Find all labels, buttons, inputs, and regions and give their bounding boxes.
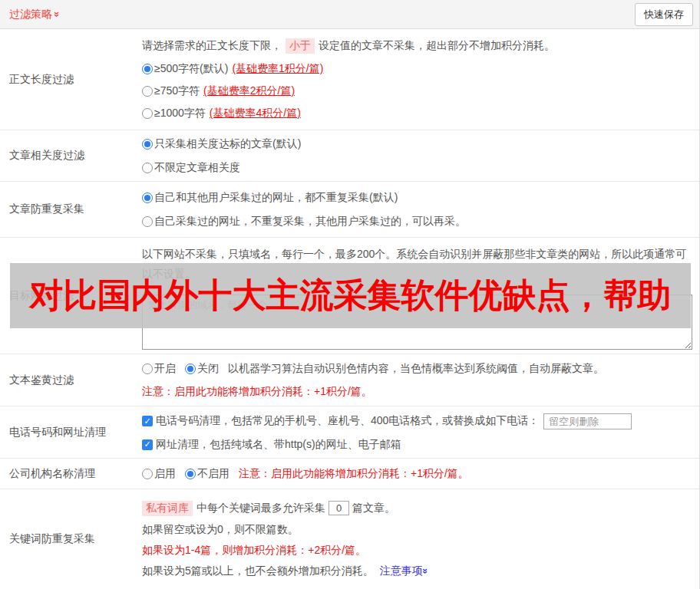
length-option-1000-fee: (基础费率4积分/篇) [210, 107, 301, 120]
target-site-instruction: 以下网站不采集，只填域名，每行一个，最多200个。系统会自动识别并屏蔽那些非文章… [142, 244, 693, 284]
company-clean-label: 公司机构名称清理 [0, 459, 142, 489]
max-articles-input[interactable] [329, 501, 349, 515]
keyword-line4: 如果设为5篇或以上，也不会额外增加积分消耗。 [142, 564, 374, 578]
dedup-option-self-text: 自己采集过的网址，不重复采集，其他用户采集过的，可以再采。 [154, 215, 466, 229]
replacement-phone-input[interactable] [543, 413, 632, 429]
keyword-line1-end: 篇文章。 [352, 502, 395, 515]
private-thesaurus-tag[interactable]: 私有词库 [142, 501, 193, 516]
row-keyword-dedup: 关键词防重复采集 私有词库 中每个关键词最多允许采集 篇文章。 如果留空或设为0… [0, 489, 699, 589]
radio-500-icon[interactable] [142, 64, 153, 74]
notes-link[interactable]: 注意事项» [380, 564, 428, 578]
banned-domains-textarea[interactable] [142, 294, 692, 350]
company-option-on-text[interactable]: 启用 [154, 467, 176, 481]
company-clean-note: 注意：启用此功能将增加积分消耗：+1积分/篇。 [239, 467, 469, 481]
porn-filter-note: 注意：启用此功能将增加积分消耗：+1积分/篇。 [142, 385, 693, 399]
target-site-filter-label: 目标网站过滤 [0, 238, 142, 354]
keyword-dedup-label: 关键词防重复采集 [0, 489, 142, 589]
porn-filter-label: 文本鉴黄过滤 [0, 354, 142, 406]
phone-url-clean-label: 电话号码和网址清理 [0, 406, 142, 458]
length-option-500-text: ≥500字符(默认) [154, 62, 228, 76]
checkbox-url-clean-icon[interactable]: ✓ [142, 439, 153, 450]
relevance-option-any[interactable]: 不限定文章相关度 [142, 161, 693, 175]
radio-porn-off-icon[interactable] [185, 364, 196, 374]
keyword-line3: 如果设为1-4篇，则增加积分消耗：+2积分/篇。 [142, 544, 693, 558]
keyword-line2: 如果留空或设为0，则不限篇数。 [142, 523, 693, 537]
intro-text-before: 请选择需求的正文长度下限， [142, 39, 282, 53]
radio-750-icon[interactable] [142, 86, 153, 97]
length-option-1000[interactable]: ≥1000字符 (基础费率4积分/篇) [142, 107, 693, 120]
length-filter-label: 正文长度过滤 [0, 29, 142, 130]
row-porn-filter: 文本鉴黄过滤 开启 关闭 以机器学习算法自动识别色情内容，当色情概率达到系统阈值… [0, 354, 699, 406]
radio-relevance-any-icon[interactable] [142, 163, 153, 173]
length-option-500[interactable]: ≥500字符(默认) (基础费率1积分/篇) [142, 62, 693, 76]
row-company-clean: 公司机构名称清理 启用 不启用 注意：启用此功能将增加积分消耗：+1积分/篇。 [0, 459, 699, 489]
row-relevance-filter: 文章相关度过滤 只采集相关度达标的文章(默认) 不限定文章相关度 [0, 130, 699, 182]
length-option-1000-text: ≥1000字符 [154, 107, 206, 120]
radio-1000-icon[interactable] [142, 108, 153, 119]
length-option-750-text: ≥750字符 [154, 84, 200, 98]
length-filter-intro: 请选择需求的正文长度下限， 小于 设定值的文章不采集，超出部分不增加积分消耗。 [142, 38, 693, 54]
check-icon: ✓ [144, 439, 150, 449]
notes-link-text: 注意事项 [380, 564, 423, 577]
phone-clean-text: 电话号码清理，包括常见的手机号、座机号、400电话格式，或替换成如下电话： [156, 414, 539, 428]
radio-dedup-global-icon[interactable] [142, 192, 153, 203]
page-title: 过滤策略 [9, 8, 52, 21]
chevron-down-icon[interactable]: » [51, 12, 63, 17]
keyword-line1-mid: 中每个关键词最多允许采集 [196, 502, 325, 515]
dedup-option-global-text: 自己和其他用户采集过的网址，都不重复采集(默认) [154, 191, 398, 205]
less-than-tag: 小于 [286, 38, 315, 54]
radio-dedup-self-icon[interactable] [142, 216, 153, 227]
relevance-option-any-text: 不限定文章相关度 [154, 161, 240, 175]
porn-filter-description: 以机器学习算法自动识别色情内容，当色情概率达到系统阈值，自动屏蔽文章。 [228, 362, 604, 376]
intro-text-after: 设定值的文章不采集，超出部分不增加积分消耗。 [319, 39, 555, 53]
row-length-filter: 正文长度过滤 请选择需求的正文长度下限， 小于 设定值的文章不采集，超出部分不增… [0, 29, 699, 130]
radio-relevance-strict-icon[interactable] [142, 139, 153, 150]
page-header: 过滤策略 » 快速保存 [0, 0, 699, 29]
url-clean-text: 网址清理，包括纯域名、带http(s)的网址、电子邮箱 [156, 438, 401, 452]
length-option-750[interactable]: ≥750字符 (基础费率2积分/篇) [142, 84, 693, 98]
dedup-option-global[interactable]: 自己和其他用户采集过的网址，都不重复采集(默认) [142, 191, 693, 205]
radio-company-off-icon[interactable] [185, 469, 196, 479]
relevance-option-strict-text: 只采集相关度达标的文章(默认) [154, 137, 301, 151]
company-option-off-text[interactable]: 不启用 [197, 467, 229, 481]
dedup-filter-label: 文章防重复采集 [0, 182, 142, 237]
chevron-down-icon: » [420, 568, 431, 573]
row-dedup-filter: 文章防重复采集 自己和其他用户采集过的网址，都不重复采集(默认) 自己采集过的网… [0, 182, 699, 238]
row-phone-url-clean: 电话号码和网址清理 ✓ 电话号码清理，包括常见的手机号、座机号、400电话格式，… [0, 406, 699, 459]
filter-strategy-page: 过滤策略 » 快速保存 正文长度过滤 请选择需求的正文长度下限， 小于 设定值的… [0, 0, 700, 589]
length-option-500-fee: (基础费率1积分/篇) [232, 62, 323, 76]
porn-option-on-text[interactable]: 开启 [154, 362, 176, 376]
row-target-site-filter: 目标网站过滤 以下网站不采集，只填域名，每行一个，最多200个。系统会自动识别并… [0, 238, 699, 354]
check-icon: ✓ [144, 416, 150, 426]
quick-save-button[interactable]: 快速保存 [635, 3, 693, 26]
relevance-filter-label: 文章相关度过滤 [0, 130, 142, 181]
length-option-750-fee: (基础费率2积分/篇) [203, 84, 295, 98]
dedup-option-self[interactable]: 自己采集过的网址，不重复采集，其他用户采集过的，可以再采。 [142, 215, 693, 229]
radio-company-on-icon[interactable] [142, 469, 153, 479]
relevance-option-strict[interactable]: 只采集相关度达标的文章(默认) [142, 137, 693, 151]
checkbox-phone-clean-icon[interactable]: ✓ [142, 416, 153, 426]
porn-option-off-text[interactable]: 关闭 [197, 362, 219, 376]
radio-porn-on-icon[interactable] [142, 364, 153, 374]
